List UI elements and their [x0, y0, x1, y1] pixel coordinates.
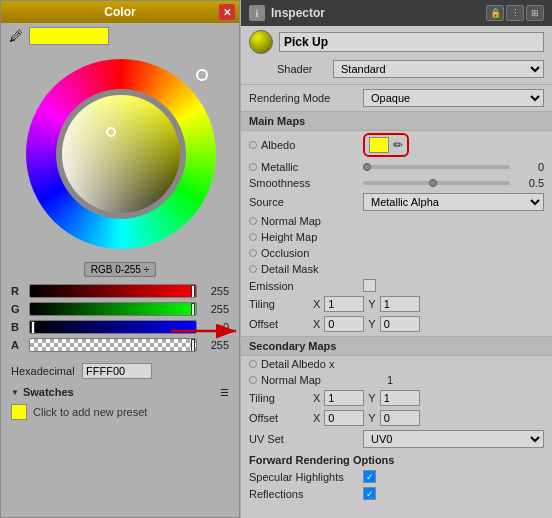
detail-albedo-row: Detail Albedo x — [241, 356, 552, 372]
green-slider-track[interactable] — [29, 302, 197, 316]
shader-select[interactable]: Standard — [333, 60, 544, 78]
detail-mask-dot — [249, 265, 257, 273]
sec-offset-xy: X Y — [313, 410, 420, 426]
uv-set-value: UV0 — [363, 430, 544, 448]
metallic-slider[interactable] — [363, 165, 510, 169]
smoothness-slider-thumb — [429, 179, 437, 187]
color-wheel-area[interactable] — [1, 49, 241, 259]
red-slider-track[interactable] — [29, 284, 197, 298]
red-slider-thumb — [191, 285, 195, 298]
emission-checkbox[interactable] — [363, 279, 376, 292]
albedo-dot — [249, 141, 257, 149]
sliders-area: R 255 G 255 B 0 A 255 — [1, 280, 239, 360]
metallic-label: Metallic — [249, 161, 359, 173]
inspector-header: ℹ Inspector 🔒 ⋮ ⊞ — [241, 0, 552, 26]
smoothness-value: 0.5 — [514, 177, 544, 189]
reflections-checkbox[interactable]: ✓ — [363, 487, 376, 500]
tiling-label: Tiling — [249, 298, 309, 310]
albedo-row: Albedo ✏ — [241, 131, 552, 159]
rendering-mode-value: Opaque — [363, 89, 544, 107]
rendering-mode-select[interactable]: Opaque — [363, 89, 544, 107]
sv-cursor — [106, 127, 116, 137]
tiling-row: Tiling X Y — [241, 294, 552, 314]
swatches-triangle-icon: ▼ — [11, 388, 19, 397]
offset-y-label: Y — [368, 318, 375, 330]
normal-map-row: Normal Map — [241, 213, 552, 229]
sec-offset-x-label: X — [313, 412, 320, 424]
detail-albedo-label: Detail Albedo x — [249, 358, 359, 370]
smoothness-slider[interactable] — [363, 181, 510, 185]
main-maps-header: Main Maps — [241, 111, 552, 131]
rendering-mode-row: Rendering Mode Opaque — [241, 87, 552, 109]
color-panel-close-button[interactable]: ✕ — [219, 4, 235, 20]
divider-1 — [241, 84, 552, 85]
sec-tiling-y-label: Y — [368, 392, 375, 404]
height-map-dot — [249, 233, 257, 241]
inspector-lock-button[interactable]: 🔒 — [486, 5, 504, 21]
uv-set-label: UV Set — [249, 433, 359, 445]
red-label: R — [11, 285, 25, 297]
sec-tiling-xy: X Y — [313, 390, 420, 406]
shader-label: Shader — [277, 63, 327, 75]
occlusion-label: Occlusion — [249, 247, 359, 259]
swatches-header: ▼ Swatches ☰ — [11, 386, 229, 398]
hex-row: Hexadecimal — [1, 360, 239, 382]
offset-y-input[interactable] — [380, 316, 420, 332]
source-select[interactable]: Metallic Alpha — [363, 193, 544, 211]
add-swatch-label[interactable]: Click to add new preset — [33, 406, 147, 418]
red-value: 255 — [201, 285, 229, 297]
offset-label: Offset — [249, 318, 309, 330]
blue-slider-track[interactable] — [29, 320, 197, 334]
source-row: Source Metallic Alpha — [241, 191, 552, 213]
specular-highlights-label: Specular Highlights — [249, 471, 359, 483]
swatches-label: Swatches — [23, 386, 74, 398]
metallic-slider-thumb — [363, 163, 371, 171]
color-tools-row: 🖉 — [1, 23, 239, 49]
green-slider-row: G 255 — [11, 302, 229, 316]
sec-offset-x-input[interactable] — [324, 410, 364, 426]
eyedropper-icon[interactable]: 🖉 — [9, 28, 23, 44]
green-value: 255 — [201, 303, 229, 315]
albedo-pencil-icon[interactable]: ✏ — [393, 138, 403, 152]
object-sphere-icon — [249, 30, 273, 54]
sec-offset-y-input[interactable] — [380, 410, 420, 426]
inspector-more-button[interactable]: ⋮ — [506, 5, 524, 21]
tiling-y-input[interactable] — [380, 296, 420, 312]
alpha-slider-track[interactable] — [29, 338, 197, 352]
inspector-layout-button[interactable]: ⊞ — [526, 5, 544, 21]
sec-tiling-y-input[interactable] — [380, 390, 420, 406]
hex-input[interactable] — [82, 363, 152, 379]
color-preview-swatch[interactable] — [29, 27, 109, 45]
sec-normal-map-label: Normal Map — [249, 374, 359, 386]
rgb-mode-bar: RGB 0-255 ÷ — [1, 259, 239, 280]
tiling-xy: X Y — [313, 296, 420, 312]
secondary-maps-header: Secondary Maps — [241, 336, 552, 356]
wheel-hue-cursor — [196, 69, 208, 81]
specular-highlights-checkbox[interactable]: ✓ — [363, 470, 376, 483]
inspector-icon: ℹ — [249, 5, 265, 21]
offset-x-label: X — [313, 318, 320, 330]
sv-square[interactable] — [62, 95, 180, 213]
color-panel-title: Color — [104, 5, 135, 19]
sec-tiling-x-input[interactable] — [324, 390, 364, 406]
metallic-dot — [249, 163, 257, 171]
source-value: Metallic Alpha — [363, 193, 544, 211]
sec-normal-value: 1 — [363, 374, 393, 386]
tiling-x-label: X — [313, 298, 320, 310]
albedo-color-swatch[interactable] — [369, 137, 389, 153]
tiling-y-label: Y — [368, 298, 375, 310]
swatch-color-preview — [11, 404, 27, 420]
smoothness-row: Smoothness 0.5 — [241, 175, 552, 191]
occlusion-row: Occlusion — [241, 245, 552, 261]
inspector-toolbar: 🔒 ⋮ ⊞ — [486, 5, 544, 21]
detail-albedo-dot — [249, 360, 257, 368]
source-label: Source — [249, 196, 359, 208]
rgb-mode-button[interactable]: RGB 0-255 ÷ — [84, 262, 156, 277]
uv-set-select[interactable]: UV0 — [363, 430, 544, 448]
normal-map-dot — [249, 217, 257, 225]
object-name-input[interactable] — [279, 32, 544, 52]
color-wheel[interactable] — [26, 59, 216, 249]
tiling-x-input[interactable] — [324, 296, 364, 312]
offset-x-input[interactable] — [324, 316, 364, 332]
swatches-menu-icon[interactable]: ☰ — [220, 387, 229, 398]
